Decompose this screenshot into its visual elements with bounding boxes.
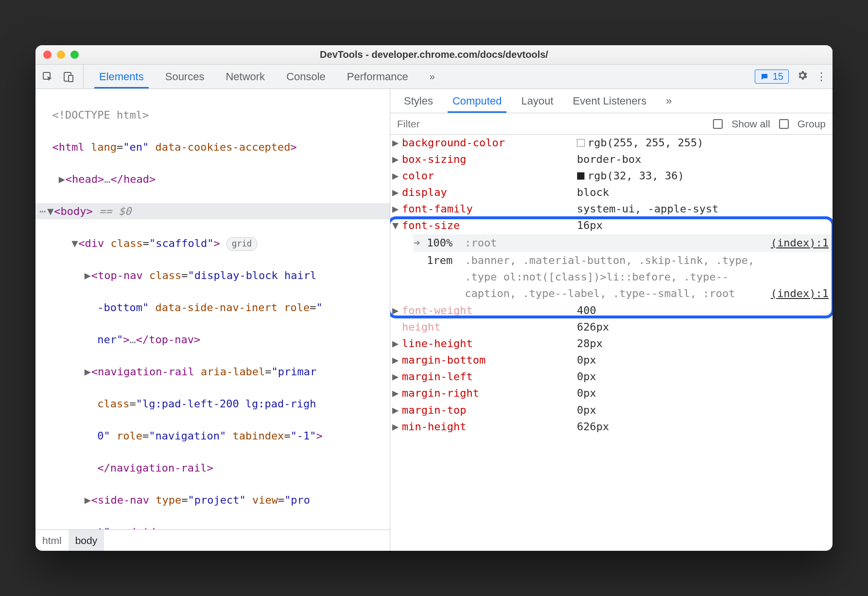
group-checkbox[interactable] (779, 119, 789, 129)
settings-gear-icon[interactable] (797, 70, 808, 84)
tab-performance[interactable]: Performance (336, 65, 419, 88)
tab-console[interactable]: Console (276, 65, 336, 88)
cascade-entry[interactable]: ➜ 1rem .banner, .material-button, .skip-… (414, 252, 833, 302)
prop-row: ▶margin-right0px (390, 385, 833, 402)
tab-elements[interactable]: Elements (88, 65, 155, 88)
prop-row: ▶margin-left0px (390, 368, 833, 385)
main-tabs: Elements Sources Network Console Perform… (88, 65, 446, 88)
crumb-html[interactable]: html (35, 530, 69, 551)
prop-row: ▶box-sizingborder-box (390, 151, 833, 168)
subtabs-overflow-icon[interactable]: » (656, 89, 681, 113)
prop-row-font-size: ▼font-size16px (390, 217, 833, 234)
issues-badge[interactable]: 15 (755, 70, 789, 84)
sidebar-tabs: Styles Computed Layout Event Listeners » (390, 89, 833, 113)
crumb-body[interactable]: body (69, 530, 104, 551)
more-menu-icon[interactable]: ⋮ (816, 70, 827, 83)
source-link[interactable]: (index):1 (771, 235, 829, 251)
zoom-window-button[interactable] (70, 51, 79, 59)
breadcrumb: html body (35, 529, 390, 551)
prop-row: ▶font-weight400 (390, 302, 833, 319)
font-size-cascade: ➜ 100% :root (index):1 ➜ 1rem .banner, .… (390, 234, 833, 302)
doctype-node: <!DOCTYPE html> (52, 109, 149, 121)
device-toggle-icon[interactable] (62, 70, 74, 83)
message-icon (760, 72, 769, 81)
prop-row: ▶background-colorrgb(255, 255, 255) (390, 135, 833, 151)
prop-row: ▶min-height626px (390, 419, 833, 435)
dom-tree[interactable]: <!DOCTYPE html> <html lang="en" data-coo… (35, 89, 390, 529)
tabs-overflow-icon[interactable]: » (419, 65, 446, 88)
prop-row: ▶font-familysystem-ui, -apple-syst (390, 201, 833, 217)
prop-row: ▶colorrgb(32, 33, 36) (390, 168, 833, 184)
main-toolbar: Elements Sources Network Console Perform… (35, 65, 833, 89)
issues-count: 15 (773, 71, 783, 82)
traffic-lights (43, 51, 79, 59)
content-area: <!DOCTYPE html> <html lang="en" data-coo… (35, 89, 833, 551)
prop-row: ▶margin-top0px (390, 402, 833, 419)
goto-arrow-icon[interactable]: ➜ (414, 235, 420, 251)
tab-network[interactable]: Network (215, 65, 276, 88)
filter-row: Show all Group (390, 113, 833, 135)
subtab-computed[interactable]: Computed (443, 89, 512, 113)
window-titlebar: DevTools - developer.chrome.com/docs/dev… (35, 45, 833, 65)
elements-panel: <!DOCTYPE html> <html lang="en" data-coo… (35, 89, 390, 551)
subtab-event-listeners[interactable]: Event Listeners (563, 89, 657, 113)
source-link[interactable]: (index):1 (771, 285, 829, 302)
layout-pill-grid[interactable]: grid (226, 237, 257, 251)
window-title: DevTools - developer.chrome.com/docs/dev… (35, 49, 833, 60)
selected-node-body[interactable]: ⋯▼<body> == $0 (35, 203, 390, 219)
filter-input[interactable] (397, 118, 485, 130)
prop-row: ▶margin-bottom0px (390, 352, 833, 368)
computed-properties[interactable]: ▶background-colorrgb(255, 255, 255) ▶box… (390, 135, 833, 551)
show-all-checkbox[interactable] (713, 119, 723, 129)
prop-row: height626px (390, 319, 833, 335)
subtab-layout[interactable]: Layout (511, 89, 563, 113)
cascade-entry[interactable]: ➜ 100% :root (index):1 (414, 234, 833, 252)
prop-row: ▶line-height28px (390, 335, 833, 352)
subtab-styles[interactable]: Styles (394, 89, 443, 113)
svg-rect-2 (69, 75, 73, 82)
styles-sidebar: Styles Computed Layout Event Listeners »… (390, 89, 833, 551)
minimize-window-button[interactable] (57, 51, 65, 59)
close-window-button[interactable] (43, 51, 52, 59)
prop-row: ▶displayblock (390, 184, 833, 201)
devtools-window: DevTools - developer.chrome.com/docs/dev… (35, 45, 833, 551)
tab-sources[interactable]: Sources (155, 65, 215, 88)
group-label: Group (798, 118, 826, 130)
inspect-icon[interactable] (41, 70, 54, 83)
show-all-label: Show all (731, 118, 770, 130)
